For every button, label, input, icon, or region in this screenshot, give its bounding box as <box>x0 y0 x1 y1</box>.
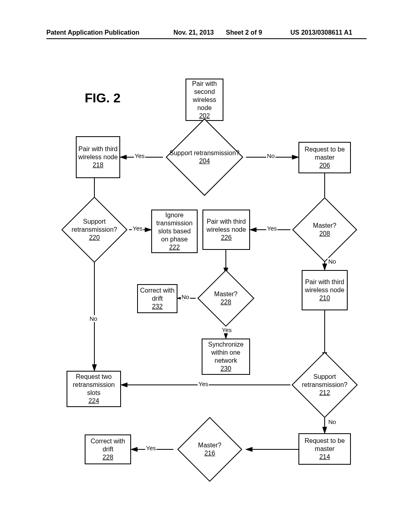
decision-master-216: Master? 216 <box>173 425 246 474</box>
node-text: Master? <box>214 290 238 298</box>
node-ref: 222 <box>169 243 180 251</box>
node-text: Correct with drift <box>140 287 175 303</box>
edge-label-no: No <box>266 152 275 159</box>
decision-support-retransmission-212: Support retransmission? 212 <box>290 359 359 411</box>
header-sheet: Sheet 2 of 9 <box>226 29 262 36</box>
node-ref: 202 <box>199 112 210 120</box>
header-left: Patent Application Publication <box>46 29 140 36</box>
process-ignore-slots-222: Ignore transmission slots based on phase… <box>151 210 198 253</box>
node-text: Ignore transmission slots based on phase <box>154 211 195 243</box>
process-request-master-214: Request to be master 214 <box>298 433 351 465</box>
header-date: Nov. 21, 2013 <box>173 29 214 36</box>
decision-support-retransmission-220: Support retransmission? 220 <box>60 206 129 254</box>
node-text: Pair with second wireless node <box>188 80 221 112</box>
process-synchronize-230: Synchronize within one network 230 <box>202 339 250 375</box>
edge-label-yes: Yes <box>266 225 277 232</box>
edge-label-yes: Yes <box>132 225 143 232</box>
edge-label-no: No <box>327 418 337 425</box>
node-ref: 214 <box>319 453 330 461</box>
process-correct-drift-228b: Correct with drift 228 <box>85 434 131 464</box>
node-text: Master? <box>198 441 221 449</box>
node-ref: 206 <box>319 162 330 170</box>
node-ref: 210 <box>319 294 330 302</box>
process-pair-third-node-226: Pair with third wireless node 226 <box>202 210 250 250</box>
node-ref: 204 <box>199 157 210 165</box>
process-pair-third-node-218: Pair with third wireless node 218 <box>76 136 120 178</box>
node-ref: 212 <box>319 389 330 397</box>
node-ref: 224 <box>88 397 99 405</box>
node-ref: 208 <box>319 230 330 238</box>
node-ref: 226 <box>221 234 232 242</box>
header-pubno: US 2013/0308611 A1 <box>290 29 352 36</box>
decision-support-retransmission-204: Support retransmission? 204 <box>163 133 246 181</box>
header-rule <box>46 38 367 39</box>
node-text: Pair with third wireless node <box>78 145 118 161</box>
node-ref: 228 <box>221 298 232 306</box>
node-text: Support retransmission? <box>290 373 359 389</box>
node-ref: 218 <box>93 161 104 169</box>
node-ref: 228 <box>102 453 113 461</box>
process-pair-third-node-210: Pair with third wireless node 210 <box>302 270 348 310</box>
node-ref: 230 <box>221 365 232 373</box>
node-text: Pair with third wireless node <box>304 278 345 294</box>
edge-label-no: No <box>89 315 98 322</box>
node-ref: 220 <box>89 234 100 242</box>
decision-master-208: Master? 208 <box>290 206 359 254</box>
process-request-two-slots-224: Request two retransmission slots 224 <box>67 371 121 407</box>
node-text: Request to be master <box>301 145 348 162</box>
process-pair-second-node: Pair with second wireless node 202 <box>186 79 223 121</box>
node-text: Synchronize within one network <box>204 341 248 365</box>
node-text: Support retransmission? <box>169 149 239 157</box>
process-correct-drift-232: Correct with drift 232 <box>137 284 177 313</box>
edge-label-yes: Yes <box>221 326 232 333</box>
node-text: Request two retransmission slots <box>69 373 119 397</box>
decision-master-228: Master? 228 <box>196 274 256 322</box>
edge-label-yes: Yes <box>134 152 145 159</box>
figure-label: FIG. 2 <box>85 91 121 106</box>
node-text: Correct with drift <box>87 437 129 453</box>
node-ref: 216 <box>204 449 215 457</box>
node-text: Pair with third wireless node <box>205 218 248 234</box>
process-request-master-206: Request to be master 206 <box>298 142 351 173</box>
node-text: Request to be master <box>301 437 348 453</box>
edge-label-yes: Yes <box>198 380 209 387</box>
node-text: Master? <box>313 222 336 230</box>
node-ref: 232 <box>152 303 163 311</box>
edge-label-no: No <box>181 293 190 300</box>
node-text: Support retransmission? <box>60 218 129 234</box>
edge-label-no: No <box>327 258 337 265</box>
edge-label-yes: Yes <box>145 445 156 451</box>
